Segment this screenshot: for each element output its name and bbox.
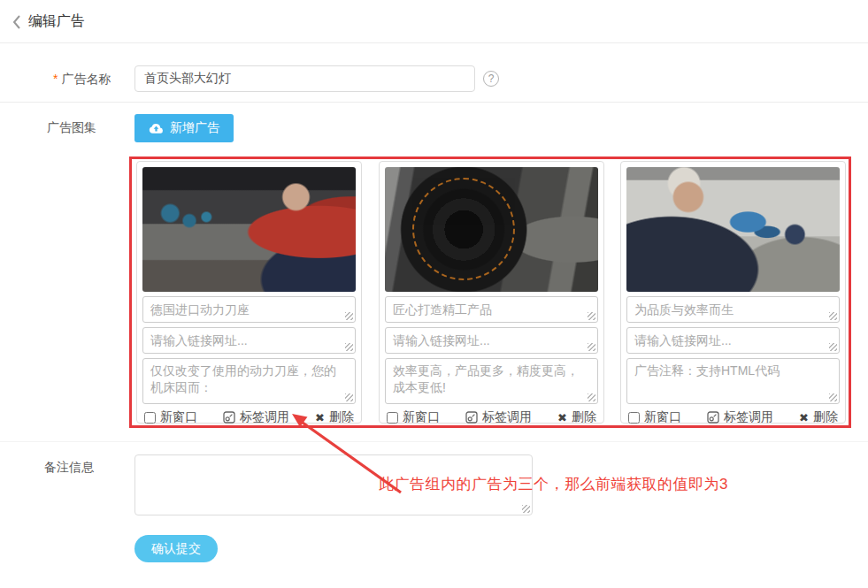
ad-title-input-3[interactable]: 为品质与效率而生 [626,296,840,323]
tag-call-icon [707,411,719,424]
cloud-upload-icon [149,122,164,134]
new-window-checkbox-2[interactable]: 新窗口 [387,409,440,425]
new-window-checkbox-1[interactable]: 新窗口 [144,409,197,425]
new-window-label: 新窗口 [644,409,681,425]
ad-title-input-2[interactable]: 匠心打造精工产品 [385,296,598,323]
ad-image-2[interactable] [385,167,598,292]
delete-button-1[interactable]: ✖ 删除 [315,409,354,425]
ad-name-label: *广告名称 [53,72,111,88]
ad-note-input-2[interactable]: 效率更高，产品更多，精度更高，成本更低! [385,358,598,404]
tag-call-label: 标签调用 [724,409,773,425]
new-window-checkbox-input-2[interactable] [387,412,398,424]
ad-card-1: 德国进口动力刀座 仅仅改变了使用的动力刀座，您的机床因而： 新窗口 标签调用 ✖… [136,161,362,424]
tag-call-label: 标签调用 [240,409,289,425]
header-divider [0,42,868,43]
submit-button[interactable]: 确认提交 [134,535,218,562]
new-window-checkbox-input-1[interactable] [144,412,156,424]
card-actions-3: 新窗口 标签调用 ✖ 删除 [626,409,840,425]
delete-button-2[interactable]: ✖ 删除 [557,409,596,425]
x-mark-icon: ✖ [799,412,809,424]
card-actions-1: 新窗口 标签调用 ✖ 删除 [142,409,356,425]
tag-call-button-3[interactable]: 标签调用 [707,409,773,425]
add-ad-button-label: 新增广告 [170,120,219,136]
ad-note-input-3[interactable] [626,358,840,404]
new-window-label: 新窗口 [403,409,440,425]
ad-link-input-3[interactable] [626,327,840,354]
tag-call-label: 标签调用 [482,409,532,425]
question-circle-icon[interactable]: ? [483,71,499,87]
delete-button-3[interactable]: ✖ 删除 [799,409,838,425]
delete-label: 删除 [572,409,596,425]
new-window-checkbox-input-3[interactable] [628,412,640,424]
chevron-left-icon[interactable] [12,15,21,29]
turret-ring-decoration [412,178,515,280]
add-ad-button[interactable]: 新增广告 [134,114,234,142]
tag-call-icon [465,411,478,424]
required-asterisk: * [53,72,58,86]
tag-call-button-2[interactable]: 标签调用 [465,409,532,425]
remark-label: 备注信息 [44,460,94,476]
ad-name-label-text: 广告名称 [61,72,111,86]
ad-title-input-1[interactable]: 德国进口动力刀座 [142,296,356,323]
tag-call-button-1[interactable]: 标签调用 [223,409,289,425]
delete-label: 删除 [329,409,354,425]
gallery-label: 广告图集 [47,120,96,136]
x-mark-icon: ✖ [315,412,325,424]
back-and-title[interactable]: 编辑广告 [12,12,85,31]
section-divider [0,102,868,103]
page-title: 编辑广告 [28,12,85,31]
new-window-checkbox-3[interactable]: 新窗口 [628,409,681,425]
ad-image-1[interactable] [142,167,356,292]
ad-link-input-1[interactable] [142,327,356,354]
ad-name-input[interactable] [134,65,475,92]
ad-card-3: 为品质与效率而生 新窗口 标签调用 ✖ 删除 [620,161,846,424]
remark-textarea[interactable] [134,454,533,515]
card-actions-2: 新窗口 标签调用 ✖ 删除 [385,409,598,425]
section-divider-bottom [0,441,868,442]
x-mark-icon: ✖ [557,412,567,424]
ad-card-2: 匠心打造精工产品 效率更高，产品更多，精度更高，成本更低! 新窗口 标签调用 ✖… [379,161,604,424]
tag-call-icon [223,411,235,424]
edit-ad-page: 编辑广告 *广告名称 ? 广告图集 新增广告 德国进口动力刀座 仅仅改变了使用的… [0,0,868,588]
ad-note-input-1[interactable]: 仅仅改变了使用的动力刀座，您的机床因而： [142,358,356,404]
new-window-label: 新窗口 [160,409,197,425]
ad-image-3[interactable] [626,167,840,292]
delete-label: 删除 [813,409,838,425]
ad-link-input-2[interactable] [385,327,598,354]
